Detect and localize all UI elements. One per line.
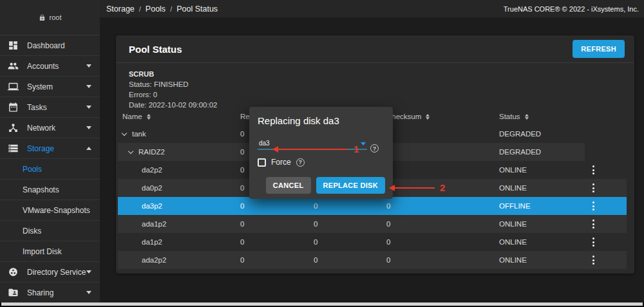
status-badge: ONLINE: [499, 161, 527, 179]
scrub-heading: SCRUB: [129, 69, 621, 79]
topbar: Storage / Pools / Pool Status TrueNAS CO…: [100, 0, 644, 17]
row-write: 0: [314, 215, 317, 233]
table-row-da3p2[interactable]: da3p2 0 0 0 OFFLINE: [118, 197, 627, 215]
sidebar-item-system[interactable]: System: [0, 77, 100, 97]
sidebar-user[interactable]: root: [0, 0, 100, 35]
row-actions-kebab-icon[interactable]: [587, 197, 600, 215]
sidebar-item-tasks[interactable]: Tasks: [0, 97, 100, 118]
cancel-button[interactable]: CANCEL: [266, 177, 311, 194]
sidebar-item-label: VMware-Snapshots: [8, 206, 91, 215]
table-row-ada2p2[interactable]: ada2p2 0 0 0 ONLINE: [118, 251, 627, 269]
sidebar-item-snapshots[interactable]: Snapshots: [0, 180, 100, 200]
row-actions-kebab-icon[interactable]: [587, 161, 600, 179]
sidebar-item-pools[interactable]: Pools: [0, 159, 100, 180]
sidebar-item-label: Pools: [8, 165, 91, 174]
row-actions-kebab-icon[interactable]: [587, 233, 600, 251]
sidebar-item-disks[interactable]: Disks: [0, 221, 100, 241]
row-read: 0: [240, 215, 244, 233]
chevron-up-icon: [86, 147, 91, 150]
row-name: da3p2: [142, 197, 162, 215]
row-checksum: 0: [386, 233, 390, 251]
network-icon: [8, 122, 19, 133]
breadcrumb-separator: /: [170, 5, 172, 13]
sidebar-item-accounts[interactable]: Accounts: [0, 56, 100, 77]
annotation-step-1: 1: [354, 144, 359, 154]
breadcrumb-storage[interactable]: Storage: [106, 5, 135, 14]
status-badge: DEGRADED: [499, 125, 541, 143]
row-name: RAIDZ2: [138, 148, 165, 156]
status-badge: ONLINE: [499, 215, 527, 233]
row-checksum: 0: [386, 197, 390, 215]
chevron-down-icon: [86, 291, 91, 294]
lock-icon: [39, 14, 46, 21]
sidebar-item-label: Sharing: [27, 288, 86, 297]
chevron-down-icon: [86, 126, 91, 129]
annotation-arrow-1: [278, 149, 348, 150]
sidebar-item-vmware-snapshots[interactable]: VMware-Snapshots: [0, 200, 100, 221]
tasks-icon: [8, 102, 19, 113]
row-read: 0: [240, 251, 244, 269]
force-checkbox[interactable]: [258, 158, 266, 167]
page-title: Pool Status: [129, 44, 182, 55]
brand-text: TrueNAS CORE® © 2022 - iXsystems, Inc.: [504, 5, 639, 13]
system-icon: [8, 81, 19, 92]
sidebar-item-label: System: [27, 82, 86, 91]
chevron-down-icon: [86, 85, 91, 88]
sidebar-item-directory-services[interactable]: Directory Services: [0, 262, 100, 283]
chevron-down-icon: [86, 270, 91, 274]
sidebar-item-network[interactable]: Network: [0, 118, 100, 138]
annotation-arrow-2: [395, 187, 435, 189]
replace-disk-dialog: Replacing disk da3 ? Force ? CANCEL REPL…: [249, 107, 393, 199]
breadcrumb-pools[interactable]: Pools: [146, 5, 166, 14]
dashboard-icon: [8, 40, 19, 51]
sidebar-item-storage[interactable]: Storage: [0, 138, 100, 159]
sort-icon[interactable]: [147, 114, 151, 120]
status-badge: ONLINE: [499, 179, 527, 197]
window-bottom-strip: [1, 302, 643, 306]
sidebar-item-label: Tasks: [27, 103, 86, 112]
help-icon[interactable]: ?: [370, 144, 379, 153]
truenas-window: root Dashboard Accounts System Tasks: [0, 0, 644, 307]
row-name: da0p2: [142, 179, 162, 197]
row-checksum: 0: [386, 215, 390, 233]
sidebar-item-label: Directory Services: [27, 268, 86, 277]
column-header-status[interactable]: Status: [499, 113, 520, 120]
table-row-da1p2[interactable]: da1p2 0 0 0 ONLINE: [118, 233, 627, 251]
sidebar-item-label: Accounts: [27, 62, 86, 71]
directory-services-icon: [8, 266, 19, 277]
column-header-name[interactable]: Name: [122, 113, 142, 120]
sidebar-nav: Dashboard Accounts System Tasks Network: [0, 35, 100, 302]
chevron-down-icon[interactable]: [128, 148, 133, 153]
refresh-button[interactable]: REFRESH: [573, 40, 625, 58]
force-label: Force: [271, 158, 291, 167]
dropdown-caret-icon[interactable]: [361, 142, 366, 145]
help-icon[interactable]: ?: [296, 158, 305, 167]
row-actions-kebab-icon[interactable]: [587, 179, 600, 197]
user-label: root: [50, 14, 62, 21]
sidebar-item-sharing[interactable]: Sharing: [0, 283, 100, 302]
row-read: 0: [240, 125, 244, 143]
sort-icon[interactable]: [525, 114, 529, 120]
row-write: 0: [314, 197, 317, 215]
sidebar-item-label: Import Disk: [8, 247, 91, 256]
sort-icon[interactable]: [426, 114, 430, 120]
row-read: 0: [240, 179, 244, 197]
row-read: 0: [240, 197, 244, 215]
sidebar-item-label: Disks: [8, 227, 91, 236]
row-name: da1p2: [142, 233, 162, 251]
sidebar-item-import-disk[interactable]: Import Disk: [0, 241, 100, 262]
status-badge: OFFLINE: [499, 197, 531, 215]
chevron-down-icon[interactable]: [122, 130, 127, 135]
row-write: 0: [314, 233, 317, 251]
chevron-down-icon: [86, 106, 91, 109]
sidebar: root Dashboard Accounts System Tasks: [0, 0, 100, 302]
status-badge: DEGRADED: [499, 143, 541, 161]
replace-disk-button[interactable]: REPLACE DISK: [316, 177, 386, 194]
row-actions-kebab-icon[interactable]: [587, 251, 600, 269]
sidebar-item-dashboard[interactable]: Dashboard: [0, 35, 100, 56]
row-read: 0: [240, 233, 244, 251]
row-actions-kebab-icon[interactable]: [587, 215, 600, 233]
sharing-icon: [8, 287, 19, 298]
table-row-ada1p2[interactable]: ada1p2 0 0 0 ONLINE: [118, 215, 627, 233]
scrub-status: Status: FINISHED: [129, 79, 621, 89]
